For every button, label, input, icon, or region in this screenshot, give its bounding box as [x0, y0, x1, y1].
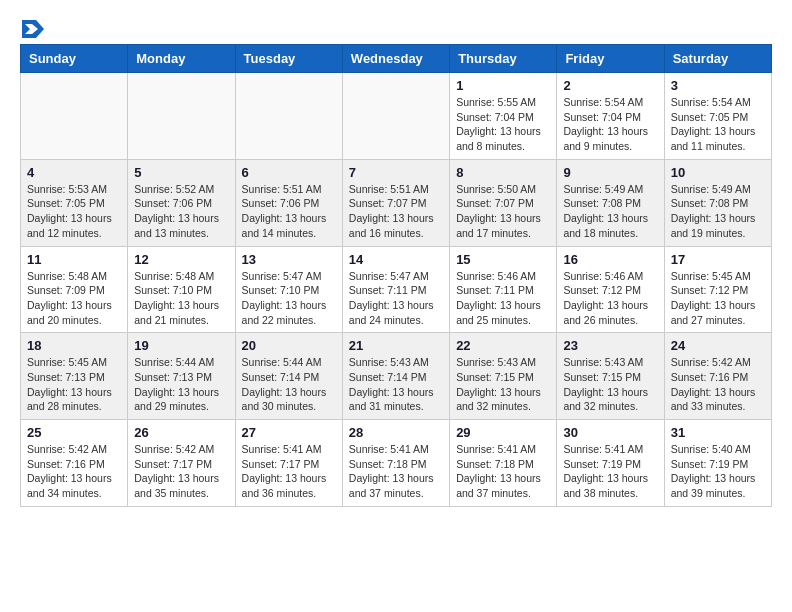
day-content: Sunrise: 5:47 AMSunset: 7:11 PMDaylight:… [349, 269, 443, 328]
calendar-day-cell: 9Sunrise: 5:49 AMSunset: 7:08 PMDaylight… [557, 159, 664, 246]
calendar-week-row: 18Sunrise: 5:45 AMSunset: 7:13 PMDayligh… [21, 333, 772, 420]
calendar-day-cell: 13Sunrise: 5:47 AMSunset: 7:10 PMDayligh… [235, 246, 342, 333]
day-number: 10 [671, 165, 765, 180]
calendar-day-cell: 4Sunrise: 5:53 AMSunset: 7:05 PMDaylight… [21, 159, 128, 246]
day-content: Sunrise: 5:51 AMSunset: 7:07 PMDaylight:… [349, 182, 443, 241]
day-content: Sunrise: 5:41 AMSunset: 7:17 PMDaylight:… [242, 442, 336, 501]
day-content: Sunrise: 5:46 AMSunset: 7:12 PMDaylight:… [563, 269, 657, 328]
day-number: 26 [134, 425, 228, 440]
day-number: 23 [563, 338, 657, 353]
day-number: 3 [671, 78, 765, 93]
calendar-week-row: 4Sunrise: 5:53 AMSunset: 7:05 PMDaylight… [21, 159, 772, 246]
day-number: 31 [671, 425, 765, 440]
calendar-day-cell: 26Sunrise: 5:42 AMSunset: 7:17 PMDayligh… [128, 420, 235, 507]
day-number: 28 [349, 425, 443, 440]
calendar-day-cell: 2Sunrise: 5:54 AMSunset: 7:04 PMDaylight… [557, 73, 664, 160]
day-content: Sunrise: 5:54 AMSunset: 7:04 PMDaylight:… [563, 95, 657, 154]
calendar-day-cell: 3Sunrise: 5:54 AMSunset: 7:05 PMDaylight… [664, 73, 771, 160]
day-content: Sunrise: 5:41 AMSunset: 7:19 PMDaylight:… [563, 442, 657, 501]
empty-cell [21, 73, 128, 160]
day-number: 15 [456, 252, 550, 267]
day-number: 17 [671, 252, 765, 267]
day-content: Sunrise: 5:43 AMSunset: 7:15 PMDaylight:… [563, 355, 657, 414]
day-number: 14 [349, 252, 443, 267]
day-content: Sunrise: 5:44 AMSunset: 7:14 PMDaylight:… [242, 355, 336, 414]
calendar-day-cell: 17Sunrise: 5:45 AMSunset: 7:12 PMDayligh… [664, 246, 771, 333]
weekday-header-thursday: Thursday [450, 45, 557, 73]
empty-cell [128, 73, 235, 160]
day-content: Sunrise: 5:41 AMSunset: 7:18 PMDaylight:… [349, 442, 443, 501]
day-content: Sunrise: 5:50 AMSunset: 7:07 PMDaylight:… [456, 182, 550, 241]
day-number: 4 [27, 165, 121, 180]
calendar-day-cell: 10Sunrise: 5:49 AMSunset: 7:08 PMDayligh… [664, 159, 771, 246]
calendar-day-cell: 31Sunrise: 5:40 AMSunset: 7:19 PMDayligh… [664, 420, 771, 507]
weekday-header-monday: Monday [128, 45, 235, 73]
calendar-day-cell: 15Sunrise: 5:46 AMSunset: 7:11 PMDayligh… [450, 246, 557, 333]
calendar-day-cell: 16Sunrise: 5:46 AMSunset: 7:12 PMDayligh… [557, 246, 664, 333]
calendar-day-cell: 6Sunrise: 5:51 AMSunset: 7:06 PMDaylight… [235, 159, 342, 246]
day-number: 27 [242, 425, 336, 440]
day-number: 13 [242, 252, 336, 267]
weekday-header-saturday: Saturday [664, 45, 771, 73]
day-content: Sunrise: 5:42 AMSunset: 7:16 PMDaylight:… [27, 442, 121, 501]
day-number: 9 [563, 165, 657, 180]
day-number: 19 [134, 338, 228, 353]
calendar-day-cell: 12Sunrise: 5:48 AMSunset: 7:10 PMDayligh… [128, 246, 235, 333]
day-number: 8 [456, 165, 550, 180]
day-content: Sunrise: 5:48 AMSunset: 7:10 PMDaylight:… [134, 269, 228, 328]
day-number: 20 [242, 338, 336, 353]
day-number: 16 [563, 252, 657, 267]
day-content: Sunrise: 5:44 AMSunset: 7:13 PMDaylight:… [134, 355, 228, 414]
day-number: 5 [134, 165, 228, 180]
calendar-day-cell: 24Sunrise: 5:42 AMSunset: 7:16 PMDayligh… [664, 333, 771, 420]
calendar-day-cell: 27Sunrise: 5:41 AMSunset: 7:17 PMDayligh… [235, 420, 342, 507]
day-content: Sunrise: 5:41 AMSunset: 7:18 PMDaylight:… [456, 442, 550, 501]
weekday-header-sunday: Sunday [21, 45, 128, 73]
day-content: Sunrise: 5:43 AMSunset: 7:14 PMDaylight:… [349, 355, 443, 414]
calendar-day-cell: 28Sunrise: 5:41 AMSunset: 7:18 PMDayligh… [342, 420, 449, 507]
calendar-day-cell: 11Sunrise: 5:48 AMSunset: 7:09 PMDayligh… [21, 246, 128, 333]
day-number: 2 [563, 78, 657, 93]
day-number: 12 [134, 252, 228, 267]
logo [20, 20, 44, 34]
day-number: 21 [349, 338, 443, 353]
calendar-day-cell: 23Sunrise: 5:43 AMSunset: 7:15 PMDayligh… [557, 333, 664, 420]
calendar-day-cell: 8Sunrise: 5:50 AMSunset: 7:07 PMDaylight… [450, 159, 557, 246]
day-number: 7 [349, 165, 443, 180]
day-content: Sunrise: 5:49 AMSunset: 7:08 PMDaylight:… [563, 182, 657, 241]
day-content: Sunrise: 5:54 AMSunset: 7:05 PMDaylight:… [671, 95, 765, 154]
day-number: 1 [456, 78, 550, 93]
day-content: Sunrise: 5:43 AMSunset: 7:15 PMDaylight:… [456, 355, 550, 414]
logo-bird-icon [22, 20, 44, 38]
day-content: Sunrise: 5:40 AMSunset: 7:19 PMDaylight:… [671, 442, 765, 501]
day-number: 29 [456, 425, 550, 440]
day-number: 25 [27, 425, 121, 440]
calendar-day-cell: 19Sunrise: 5:44 AMSunset: 7:13 PMDayligh… [128, 333, 235, 420]
calendar-table: SundayMondayTuesdayWednesdayThursdayFrid… [20, 44, 772, 507]
day-content: Sunrise: 5:42 AMSunset: 7:17 PMDaylight:… [134, 442, 228, 501]
day-number: 11 [27, 252, 121, 267]
calendar-day-cell: 18Sunrise: 5:45 AMSunset: 7:13 PMDayligh… [21, 333, 128, 420]
weekday-header-tuesday: Tuesday [235, 45, 342, 73]
weekday-header-wednesday: Wednesday [342, 45, 449, 73]
calendar-day-cell: 30Sunrise: 5:41 AMSunset: 7:19 PMDayligh… [557, 420, 664, 507]
day-content: Sunrise: 5:47 AMSunset: 7:10 PMDaylight:… [242, 269, 336, 328]
calendar-day-cell: 22Sunrise: 5:43 AMSunset: 7:15 PMDayligh… [450, 333, 557, 420]
day-content: Sunrise: 5:49 AMSunset: 7:08 PMDaylight:… [671, 182, 765, 241]
calendar-day-cell: 29Sunrise: 5:41 AMSunset: 7:18 PMDayligh… [450, 420, 557, 507]
empty-cell [342, 73, 449, 160]
calendar-week-row: 1Sunrise: 5:55 AMSunset: 7:04 PMDaylight… [21, 73, 772, 160]
day-number: 24 [671, 338, 765, 353]
day-content: Sunrise: 5:53 AMSunset: 7:05 PMDaylight:… [27, 182, 121, 241]
day-content: Sunrise: 5:51 AMSunset: 7:06 PMDaylight:… [242, 182, 336, 241]
calendar-day-cell: 20Sunrise: 5:44 AMSunset: 7:14 PMDayligh… [235, 333, 342, 420]
day-content: Sunrise: 5:45 AMSunset: 7:13 PMDaylight:… [27, 355, 121, 414]
day-content: Sunrise: 5:46 AMSunset: 7:11 PMDaylight:… [456, 269, 550, 328]
day-content: Sunrise: 5:42 AMSunset: 7:16 PMDaylight:… [671, 355, 765, 414]
weekday-header-friday: Friday [557, 45, 664, 73]
calendar-day-cell: 5Sunrise: 5:52 AMSunset: 7:06 PMDaylight… [128, 159, 235, 246]
calendar-day-cell: 7Sunrise: 5:51 AMSunset: 7:07 PMDaylight… [342, 159, 449, 246]
calendar-day-cell: 25Sunrise: 5:42 AMSunset: 7:16 PMDayligh… [21, 420, 128, 507]
day-content: Sunrise: 5:52 AMSunset: 7:06 PMDaylight:… [134, 182, 228, 241]
calendar-day-cell: 14Sunrise: 5:47 AMSunset: 7:11 PMDayligh… [342, 246, 449, 333]
